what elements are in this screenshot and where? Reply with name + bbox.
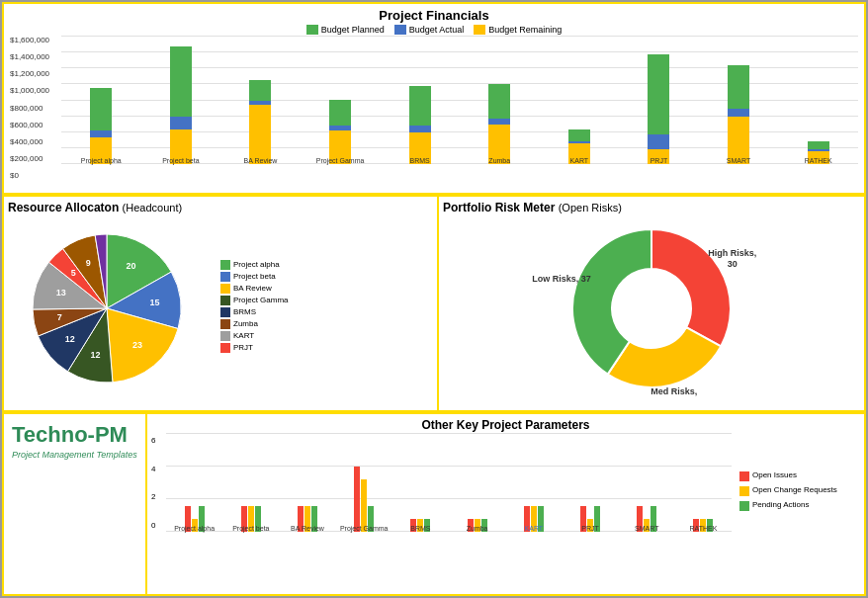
params-project-label: Project beta	[222, 525, 279, 532]
y-axis-label: $400,000	[10, 138, 58, 146]
params-bars-container: Project alphaProject betaBA ReviewProjec…	[166, 434, 732, 548]
params-project-label: KART	[505, 525, 562, 532]
bar-group: Project alpha	[61, 37, 141, 164]
pie-label-1: 15	[149, 298, 159, 307]
donut-container: High Risks,30Med Risks,24Low Risks, 37	[443, 214, 860, 397]
donut-label-1-1: Med Risks,	[651, 386, 697, 396]
y-axis-label: $800,000	[10, 105, 58, 113]
planned-color-icon	[306, 25, 318, 35]
pie-label-3: 12	[91, 350, 101, 360]
pie-legend-label: BA Review	[233, 284, 272, 293]
bar-actual	[409, 126, 431, 132]
financials-section: Project Financials Budget Planned Budget…	[2, 2, 866, 195]
bar-planned	[568, 129, 590, 141]
pie-legend-color	[220, 307, 230, 317]
bar-actual	[648, 134, 669, 149]
bar-actual	[170, 117, 192, 129]
fin-y-axis: $0$200,000$400,000$600,000$800,000$1,000…	[10, 37, 61, 180]
y-axis-label: $200,000	[10, 155, 58, 163]
pie-legend-item: Project Gamma	[220, 296, 289, 305]
y-axis-label: $1,400,000	[10, 53, 58, 61]
bar-group: KART	[540, 37, 620, 164]
logo-section: Techno-PM Project Management Templates	[4, 414, 147, 594]
y-axis-label: $0	[10, 172, 58, 180]
pie-chart-container: 201523121271359	[8, 214, 216, 397]
params-project-label: BA Review	[279, 525, 335, 532]
pie-legend-item: BA Review	[220, 284, 289, 294]
legend-remaining: Budget Remaining	[474, 25, 562, 35]
params-legend-item: Open Change Requests	[739, 485, 852, 496]
pie-label-2: 23	[132, 340, 142, 350]
pie-legend-item: Zumba	[220, 319, 289, 329]
resource-title: Resource Allocaton (Headcount)	[8, 201, 433, 214]
params-legend-color	[739, 486, 749, 496]
y-axis-label: $600,000	[10, 122, 58, 129]
fin-bars: Project alphaProject betaBA ReviewProjec…	[61, 37, 858, 180]
params-y-label: 0	[151, 521, 166, 530]
params-legend-item: Pending Actions	[739, 500, 852, 511]
legend-planned: Budget Planned	[306, 25, 385, 35]
donut-label-2: Low Risks, 37	[532, 274, 591, 284]
pie-legend-label: Project alpha	[233, 260, 280, 269]
resource-section: Resource Allocaton (Headcount) 201523121…	[4, 197, 439, 410]
bar-project-label: BA Review	[220, 157, 301, 164]
params-legend: Open IssuesOpen Change RequestsPending A…	[732, 434, 860, 548]
bar-project-label: Project alpha	[61, 157, 141, 164]
bar-group: Zumba	[460, 37, 540, 164]
pie-legend-item: Project alpha	[220, 260, 289, 270]
bar-planned	[488, 84, 510, 119]
params-legend-label: Open Change Requests	[752, 485, 837, 494]
params-y-axis: 0246	[151, 436, 166, 530]
bar-project-label: BRMS	[380, 157, 460, 164]
pie-legend-label: Zumba	[233, 319, 258, 328]
remaining-color-icon	[474, 25, 485, 35]
pie-label-0: 20	[127, 261, 136, 271]
params-title: Other Key Project Parameters	[151, 418, 860, 432]
pie-legend-color	[220, 284, 230, 294]
bar-actual	[90, 130, 112, 137]
y-axis-label: $1,200,000	[10, 70, 58, 78]
bar-group: SMART	[699, 37, 779, 164]
bar-group: PRJT	[619, 37, 699, 164]
bar-actual	[728, 109, 749, 117]
bar-planned	[170, 46, 192, 117]
params-project-label: BRMS	[392, 525, 449, 532]
params-bar-group: Project Gamma	[336, 434, 392, 532]
bar-group: BA Review	[220, 37, 301, 164]
bar-planned	[728, 65, 749, 109]
pie-legend-item: BRMS	[220, 307, 289, 317]
pie-legend-label: Project Gamma	[233, 296, 289, 304]
pie-legend-color	[220, 260, 230, 270]
resource-content: 201523121271359 Project alphaProject bet…	[8, 214, 433, 397]
params-bar-group: BRMS	[392, 434, 449, 532]
pie-label-6: 13	[56, 288, 66, 298]
params-project-label: Zumba	[449, 525, 505, 532]
params-bar-group: SMART	[619, 434, 675, 532]
pie-legend: Project alphaProject betaBA ReviewProjec…	[220, 260, 289, 353]
params-bar-group: PRJT	[562, 434, 618, 532]
bar-remaining	[249, 105, 271, 164]
bar-planned	[409, 86, 431, 126]
pie-legend-item: KART	[220, 331, 289, 341]
pie-legend-color	[220, 331, 230, 341]
legend-planned-label: Budget Planned	[321, 25, 385, 35]
pie-label-8: 9	[86, 258, 91, 268]
bar-group: RATHEK	[778, 37, 858, 164]
params-bar-group: BA Review	[279, 434, 335, 532]
financials-legend: Budget Planned Budget Actual Budget Rema…	[8, 25, 860, 35]
bar-group: BRMS	[380, 37, 460, 164]
pie-label-5: 7	[57, 312, 62, 322]
pie-legend-label: PRJT	[233, 343, 253, 352]
params-legend-label: Open Issues	[752, 470, 797, 479]
financials-chart: $0$200,000$400,000$600,000$800,000$1,000…	[8, 37, 860, 180]
params-bar-group: Project beta	[222, 434, 279, 532]
dashboard: Project Financials Budget Planned Budget…	[0, 0, 868, 598]
bar-project-label: PRJT	[619, 157, 699, 164]
pie-chart-svg: 201523121271359	[8, 214, 216, 397]
pie-legend-label: Project beta	[233, 272, 276, 281]
pie-legend-item: Project beta	[220, 272, 289, 282]
params-project-label: RATHEK	[675, 525, 732, 532]
bar-planned	[648, 54, 669, 134]
pie-legend-color	[220, 343, 230, 353]
logo-text: Techno-PM	[12, 422, 137, 448]
